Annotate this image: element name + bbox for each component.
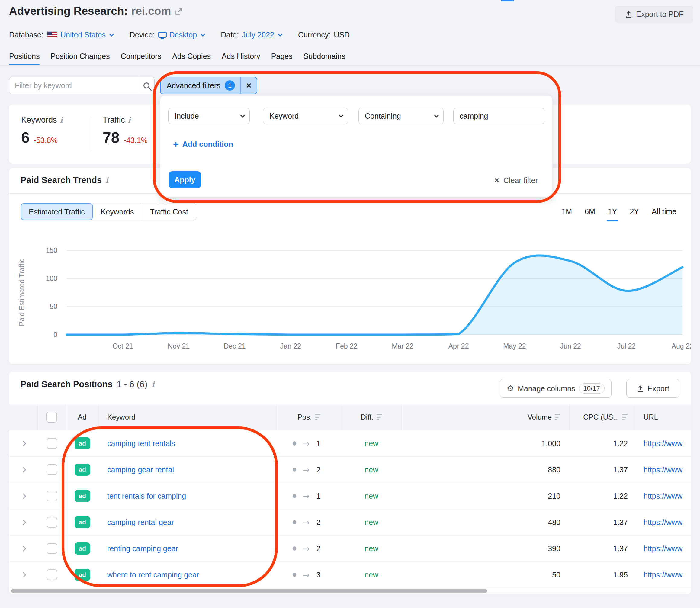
horizontal-scrollbar-thumb[interactable] (11, 589, 487, 593)
cpc-value: 1.37 (613, 544, 628, 553)
chevron-down-icon (434, 113, 439, 117)
keyword-filter (9, 77, 155, 94)
device-select[interactable]: Desktop (169, 31, 197, 39)
svg-text:Apr 22: Apr 22 (448, 342, 469, 350)
row-checkbox[interactable] (46, 491, 57, 501)
serp-feature-icon (293, 520, 296, 524)
keyword-link[interactable]: renting camping gear (107, 544, 178, 553)
row-expand-icon[interactable] (21, 493, 26, 499)
tab-ads-copies[interactable]: Ads Copies (172, 52, 211, 65)
url-link[interactable]: https://www (643, 439, 682, 448)
add-condition-button[interactable]: + Add condition (173, 139, 233, 150)
row-expand-icon[interactable] (21, 467, 26, 472)
traffic-stat-label: Traffic (103, 115, 125, 125)
position-arrow-icon: → (303, 570, 310, 580)
row-expand-icon[interactable] (21, 546, 26, 551)
position-arrow-icon: → (303, 518, 310, 527)
tab-pages[interactable]: Pages (271, 52, 293, 65)
toggle-keywords[interactable]: Keywords (93, 203, 142, 220)
plus-icon: + (173, 139, 179, 150)
keyword-link[interactable]: where to rent camping gear (107, 571, 199, 579)
traffic-stat-value: 78 (103, 129, 120, 147)
toggle-traffic-cost[interactable]: Traffic Cost (142, 203, 196, 220)
chevron-down-icon[interactable] (278, 32, 283, 37)
table-row: adtent rentals for camping→1new2101.22ht… (9, 483, 691, 509)
svg-text:Jun 22: Jun 22 (560, 342, 581, 350)
apply-button[interactable]: Apply (169, 171, 201, 188)
cpc-value: 1.22 (613, 492, 628, 500)
date-select[interactable]: July 2022 (242, 31, 274, 39)
traffic-stat: Traffic i 78 -43.1% (103, 115, 148, 147)
row-checkbox[interactable] (46, 517, 57, 528)
range-6m[interactable]: 6M (585, 207, 595, 222)
position-value: 1 (316, 492, 321, 500)
sort-icon[interactable] (376, 414, 382, 420)
us-flag-icon (47, 32, 57, 38)
select-all-checkbox[interactable] (46, 412, 57, 422)
info-icon[interactable]: i (128, 116, 131, 125)
advanced-filters-label: Advanced filters (167, 81, 220, 90)
tab-competitors[interactable]: Competitors (120, 52, 161, 65)
url-link[interactable]: https://www (643, 544, 682, 553)
keyword-link[interactable]: camping gear rental (107, 466, 174, 474)
keyword-filter-input[interactable] (9, 77, 138, 94)
tab-positions[interactable]: Positions (9, 52, 40, 65)
svg-text:Oct 21: Oct 21 (112, 342, 133, 350)
cpc-value: 1.95 (613, 571, 628, 579)
search-icon (143, 82, 150, 89)
traffic-trend-chart: 050100150Paid Estimated TrafficOct 21Nov… (9, 224, 691, 364)
ad-badge: ad (75, 437, 90, 450)
toggle-estimated-traffic[interactable]: Estimated Traffic (21, 203, 93, 220)
database-select[interactable]: United States (60, 31, 106, 39)
advanced-filters-chip[interactable]: Advanced filters 1 × (160, 77, 257, 94)
paid-search-positions-card: Paid Search Positions 1 - 6 (6) i ⚙ Mana… (9, 372, 691, 594)
url-link[interactable]: https://www (643, 518, 682, 527)
manage-columns-button[interactable]: ⚙ Manage columns 10/17 (500, 379, 611, 398)
tab-subdomains[interactable]: Subdomains (304, 52, 346, 65)
diff-value: new (365, 492, 378, 500)
condition-value-input[interactable] (453, 108, 544, 124)
keyword-link[interactable]: tent rentals for camping (107, 492, 186, 500)
url-link[interactable]: https://www (643, 466, 682, 474)
info-icon[interactable]: i (105, 176, 108, 185)
position-arrow-icon: → (303, 544, 310, 553)
url-link[interactable]: https://www (643, 492, 682, 500)
condition-match-select[interactable]: Containing (358, 108, 444, 124)
row-checkbox[interactable] (46, 438, 57, 449)
keyword-link[interactable]: camping tent rentals (107, 439, 175, 448)
row-checkbox[interactable] (46, 543, 57, 554)
row-expand-icon[interactable] (21, 519, 26, 525)
search-button[interactable] (138, 77, 154, 94)
sort-icon[interactable] (555, 414, 560, 420)
info-icon[interactable]: i (60, 116, 63, 125)
range-1m[interactable]: 1M (561, 207, 572, 222)
range-all-time[interactable]: All time (652, 207, 677, 222)
tab-position-changes[interactable]: Position Changes (51, 52, 110, 65)
row-checkbox[interactable] (46, 569, 57, 580)
export-table-button[interactable]: Export (626, 379, 679, 398)
condition-field-select[interactable]: Keyword (263, 108, 348, 124)
condition-operator-select[interactable]: Include (168, 108, 250, 124)
url-link[interactable]: https://www (643, 571, 682, 579)
page-title: Advertising Research: rei.com (9, 5, 183, 18)
row-expand-icon[interactable] (21, 441, 26, 446)
external-link-icon[interactable] (175, 7, 183, 17)
info-icon[interactable]: i (152, 380, 154, 389)
tab-ads-history[interactable]: Ads History (222, 52, 260, 65)
export-to-pdf-button[interactable]: Export to PDF (615, 6, 693, 22)
remove-filters-button[interactable]: × (241, 77, 257, 94)
row-expand-icon[interactable] (21, 572, 26, 577)
chevron-down-icon[interactable] (109, 32, 114, 37)
range-2y[interactable]: 2Y (630, 207, 639, 222)
keyword-link[interactable]: camping rental gear (107, 518, 174, 527)
chevron-down-icon[interactable] (200, 32, 205, 37)
sort-icon[interactable] (622, 414, 627, 420)
range-1y[interactable]: 1Y (608, 207, 617, 222)
row-checkbox[interactable] (46, 464, 57, 475)
ad-badge: ad (75, 543, 90, 554)
sort-icon[interactable] (315, 414, 320, 420)
header-keyword: Keyword (107, 413, 135, 421)
clear-filter-button[interactable]: × Clear filter (494, 175, 538, 185)
position-value: 2 (316, 544, 321, 553)
page-title-text: Advertising Research: (9, 5, 128, 18)
